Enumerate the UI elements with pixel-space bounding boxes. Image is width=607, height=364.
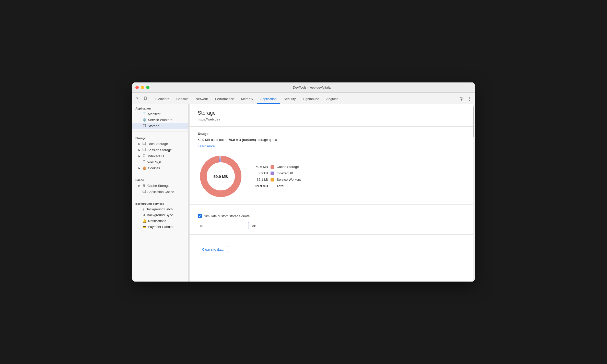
sidebar-label-web-sql: Web SQL (147, 160, 162, 164)
tab-network[interactable]: Network (192, 94, 212, 104)
sidebar-item-storage[interactable]: Storage (132, 123, 188, 129)
notifications-icon: 🔔 (143, 219, 147, 223)
tab-actions (455, 95, 473, 104)
svg-point-4 (469, 99, 470, 99)
local-storage-icon (143, 142, 146, 146)
main-content: Storage https://web.dev Usage 59.9 MB us… (190, 104, 473, 282)
sidebar-label-manifest: Manifest (148, 112, 160, 116)
tab-performance[interactable]: Performance (212, 94, 238, 104)
page-title: Storage (198, 110, 464, 116)
legend-box-sw (271, 178, 274, 181)
svg-point-1 (145, 99, 146, 100)
divider (132, 197, 188, 197)
sidebar-item-indexeddb[interactable]: ▶ IndexedDB (132, 153, 188, 159)
cookies-icon: 🍪 (143, 166, 146, 170)
tab-angular[interactable]: Angular (323, 94, 341, 104)
tab-console[interactable]: Console (173, 94, 192, 104)
sidebar-item-cache-storage[interactable]: ▶ Cache Storage (132, 183, 188, 189)
payment-handler-icon: 💳 (143, 225, 146, 229)
svg-rect-7 (143, 142, 146, 145)
expand-arrow: ▶ (138, 155, 141, 157)
legend-size-total: 59.9 MB (254, 184, 268, 188)
tab-elements[interactable]: Elements (152, 94, 173, 104)
sidebar-section-storage: Storage (132, 134, 188, 141)
app-cache-icon (143, 190, 146, 194)
sidebar-section-application: Application (132, 104, 188, 111)
window-title: DevTools - web.dev/vitals/ (153, 86, 472, 89)
sidebar-item-cookies[interactable]: ▶ 🍪 Cookies (132, 165, 188, 171)
storage-icon (143, 124, 146, 128)
divider (132, 173, 188, 173)
clear-site-data-button[interactable]: Clear site data (198, 246, 228, 253)
scrollbar-thumb[interactable] (473, 106, 474, 137)
manifest-icon: 📄 (143, 112, 146, 116)
sidebar-label-cache-storage: Cache Storage (147, 184, 170, 188)
sidebar-item-background-sync[interactable]: ↺ Background Sync (132, 212, 188, 218)
tab-security[interactable]: Security (280, 94, 299, 104)
legend-name-cache: Cache Storage (277, 165, 299, 169)
legend-name-total: Total (277, 184, 284, 188)
sidebar-item-web-sql[interactable]: Web SQL (132, 159, 188, 165)
usage-desc-bold: 70.0 MB (custom) (228, 138, 256, 142)
sidebar-section-background-services: Background Services (132, 199, 188, 206)
svg-rect-20 (143, 190, 146, 193)
svg-rect-12 (143, 148, 146, 151)
chart-area: 59.9 MB 59.6 MB Cache Storage 309 kB Ind… (198, 153, 464, 199)
simulate-checkbox[interactable] (198, 214, 202, 218)
usage-desc-post: storage quota (256, 138, 277, 142)
sidebar-label-payment-handler: Payment Handler (148, 225, 173, 229)
devtools-tab-bar: Elements Console Network Performance Mem… (132, 93, 475, 104)
close-button[interactable] (135, 86, 139, 89)
scrollbar-track (473, 104, 475, 282)
svg-point-18 (143, 161, 145, 161)
legend-name-sw: Service Workers (277, 178, 301, 181)
sidebar-item-notifications[interactable]: 🔔 Notifications (132, 218, 188, 224)
sidebar-item-service-workers[interactable]: ⚙️ Service Workers (132, 117, 188, 123)
devtools-window: DevTools - web.dev/vitals/ Elements Cons… (132, 82, 475, 282)
section-divider-2 (190, 204, 473, 205)
svg-point-6 (143, 124, 146, 125)
legend-item-total: 59.9 MB Total (254, 184, 301, 188)
legend-box-total (271, 184, 274, 188)
sidebar-item-local-storage[interactable]: ▶ Local Storage (132, 141, 188, 147)
divider (132, 131, 188, 131)
svg-point-2 (461, 98, 462, 100)
legend-item-cache: 59.6 MB Cache Storage (254, 165, 301, 169)
devtools-body: Application 📄 Manifest ⚙️ Service Worker… (132, 104, 475, 282)
simulate-row: Simulate custom storage quota (198, 214, 464, 218)
legend-size-indexeddb: 309 kB (254, 171, 268, 175)
usage-description: 59.9 MB used out of 70.0 MB (custom) sto… (198, 138, 464, 142)
more-icon[interactable] (466, 95, 473, 102)
sidebar-item-manifest[interactable]: 📄 Manifest (132, 111, 188, 117)
cache-storage-icon (143, 184, 146, 188)
settings-icon[interactable] (458, 95, 465, 102)
minimize-button[interactable] (141, 86, 144, 89)
quota-input[interactable] (198, 222, 249, 229)
sidebar-label-service-workers: Service Workers (148, 118, 172, 122)
sidebar-item-payment-handler[interactable]: 💳 Payment Handler (132, 224, 188, 230)
sidebar-label-notifications: Notifications (148, 219, 166, 223)
legend-box-cache (271, 165, 274, 169)
sidebar-label-background-sync: Background Sync (147, 213, 173, 217)
sidebar-item-session-storage[interactable]: ▶ Session Storage (132, 147, 188, 153)
tab-icons (134, 95, 149, 104)
service-workers-icon: ⚙️ (143, 118, 146, 122)
maximize-button[interactable] (146, 86, 149, 89)
sidebar-item-background-fetch[interactable]: ↕ Background Fetch (132, 206, 188, 212)
sidebar-label-session-storage: Session Storage (147, 148, 172, 152)
quota-unit: MB (251, 224, 256, 228)
tab-memory[interactable]: Memory (238, 94, 257, 104)
learn-more-link[interactable]: Learn more (198, 144, 215, 148)
cursor-icon[interactable] (134, 95, 141, 102)
tab-application[interactable]: Application (257, 94, 280, 104)
sidebar-label-storage: Storage (148, 124, 159, 128)
sidebar-item-app-cache[interactable]: Application Cache (132, 189, 188, 195)
session-storage-icon (143, 148, 146, 152)
tab-lighthouse[interactable]: Lighthouse (299, 94, 323, 104)
mobile-icon[interactable] (142, 95, 149, 102)
expand-arrow: ▶ (138, 149, 141, 151)
sidebar-label-indexeddb: IndexedDB (147, 154, 164, 158)
legend-size-cache: 59.6 MB (254, 165, 268, 169)
sidebar-label-cookies: Cookies (148, 166, 160, 170)
expand-arrow: ▶ (138, 184, 141, 187)
